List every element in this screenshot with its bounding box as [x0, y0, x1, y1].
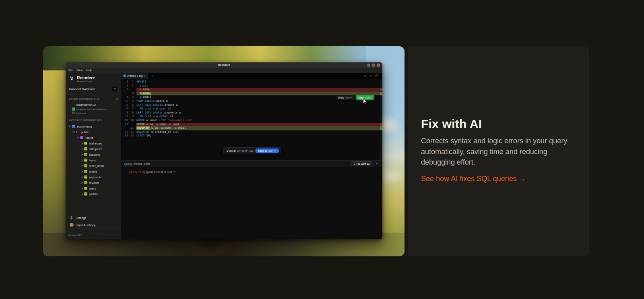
- code-line: 22 u.id,: [121, 84, 382, 88]
- user-avatar: [70, 223, 74, 227]
- chevron-down-icon: [72, 130, 75, 133]
- saved-connections-label: SAVED CONNECTIONS: [69, 98, 99, 100]
- undo-all-shortcut: Ctrl+Shift+ ⌫: [237, 149, 253, 152]
- undo-all-button[interactable]: Undo all Ctrl+Shift+ ⌫: [227, 149, 253, 152]
- gutter-old-line-number: [121, 92, 130, 96]
- gutter-old-line-number: 6: [121, 103, 130, 107]
- code-line: 1212ORDER BY u.created_at DESC: [121, 130, 382, 134]
- tree-item-Tables[interactable]: Tables: [66, 135, 121, 140]
- undo-diff-button[interactable]: Undo Ctrl+N: [336, 95, 355, 100]
- tree-item-addresses[interactable]: addresses: [66, 140, 121, 146]
- chevron-right-icon: [80, 170, 83, 173]
- run-query-button[interactable]: ▷: [365, 74, 367, 78]
- settings-item[interactable]: Settings: [66, 214, 121, 221]
- window-body: Reindeer Powered by AI Connect Database …: [66, 73, 382, 239]
- menu-help[interactable]: Help: [86, 69, 92, 72]
- code-text: WHERE u.email LIKE '%@example.com': [136, 119, 382, 123]
- window-title: Reindeer: [218, 64, 230, 66]
- clock-icon: [72, 111, 75, 114]
- ruler-diff-mark: [380, 88, 382, 91]
- table-icon: [84, 142, 87, 145]
- tree-item-label: wishlist: [89, 192, 98, 196]
- window-controls: – ▫ ×: [367, 64, 380, 67]
- tree-item-reviews[interactable]: reviews: [66, 180, 121, 186]
- code-line: 66LEFT JOIN public.orders o: [121, 103, 382, 107]
- chevron-right-icon: [80, 142, 83, 144]
- gutter-new-line-number: 4: [130, 95, 136, 99]
- code-editor[interactable]: 11SELECT22 u.id,3 u.name3 u.name,44 u.em…: [121, 79, 382, 160]
- overview-ruler[interactable]: [380, 79, 382, 160]
- export-icon[interactable]: [375, 74, 379, 78]
- gutter-new-line-number: 11: [130, 126, 136, 130]
- tree-item-public[interactable]: public: [66, 129, 121, 135]
- sidebar: Reindeer Powered by AI Connect Database …: [66, 73, 121, 239]
- tree-item-payments[interactable]: payments: [66, 174, 121, 180]
- tab-close-icon[interactable]: ×: [144, 74, 145, 77]
- connection-last-used: Just now: [76, 111, 86, 114]
- tab-untitled-1[interactable]: Untitled 1.sql ×: [121, 73, 148, 79]
- reindeer-app-window: Reindeer – ▫ × File View Help: [66, 62, 382, 239]
- tree-item-label: orders: [89, 170, 97, 173]
- table-icon: [84, 164, 87, 167]
- connection-tree: ecommercepublicTablesaddressescategories…: [66, 123, 121, 197]
- ruler-diff-mark: [380, 126, 382, 130]
- chevron-down-icon: [76, 136, 79, 138]
- stop-query-button[interactable]: ×: [370, 74, 372, 78]
- gutter-old-line-number: 4: [121, 95, 130, 99]
- ruler-diff-mark: [380, 92, 382, 95]
- results-collapse-button[interactable]: [374, 161, 380, 166]
- results-body: [Query Error] syntax error at or near ",…: [121, 167, 382, 239]
- tree-item-label: reviews: [89, 181, 99, 185]
- gutter-new-line-number: 5: [130, 99, 136, 103]
- close-button[interactable]: ×: [377, 64, 380, 67]
- gutter-new-line-number: 3: [130, 92, 136, 96]
- gutter-old-line-number: 11: [121, 123, 130, 127]
- fix-with-ai-button[interactable]: ✦ Fix with AI: [351, 161, 372, 166]
- saved-connections-header[interactable]: SAVED CONNECTIONS: [66, 95, 121, 102]
- tree-item-order_items[interactable]: order_items: [66, 163, 121, 169]
- menu-file[interactable]: File: [68, 69, 73, 72]
- tree-item-items[interactable]: items: [66, 157, 121, 163]
- tree-item-users[interactable]: users: [66, 186, 121, 191]
- gear-icon: [70, 216, 73, 220]
- code-line: 88LEFT JOIN public.payments p: [121, 111, 382, 115]
- code-text: LEFT JOIN public.payments p: [136, 111, 382, 115]
- tree-item-orders[interactable]: orders: [66, 169, 121, 174]
- error-text: syntax error at or near ",": [145, 171, 175, 173]
- gutter-old-line-number: 12: [121, 130, 130, 134]
- undo-all-label: Undo all: [227, 149, 236, 152]
- editor-actions: ▷ ×: [365, 74, 382, 78]
- feature-link[interactable]: See how AI fixes SQL queries →: [421, 175, 526, 183]
- gutter-old-line-number: 8: [121, 111, 130, 115]
- user-account-item[interactable]: Joyal A Johney: [66, 221, 121, 229]
- reindeer-logo-icon: [69, 76, 75, 82]
- tree-item-label: coupons: [89, 153, 100, 157]
- tree-item-wishlist[interactable]: wishlist: [66, 191, 121, 197]
- code-text: u.id,: [136, 84, 382, 88]
- app-version: version 1.0.7: [68, 234, 82, 236]
- add-connection-button[interactable]: +: [112, 87, 118, 92]
- tree-item-coupons[interactable]: coupons: [66, 152, 121, 157]
- connect-database-label: Connect Database: [69, 87, 95, 91]
- chevron-right-icon: [80, 153, 83, 156]
- code-line: 77 ON u.id = o.user_id: [121, 107, 382, 111]
- gutter-new-line-number: 1: [130, 80, 136, 84]
- window-titlebar[interactable]: Reindeer – ▫ ×: [66, 62, 382, 68]
- keep-all-button[interactable]: Keep all Ctrl+ ↵: [255, 148, 279, 153]
- app-name: Reindeer: [77, 76, 95, 80]
- code-line: 11GROUP BY u.id, u.name, u.email: [121, 126, 382, 130]
- menu-view[interactable]: View: [76, 69, 83, 72]
- tab-bar: Untitled 1.sql × + ▷ ×: [121, 73, 382, 79]
- table-icon: [84, 153, 87, 156]
- tree-item-ecommerce[interactable]: ecommerce: [66, 124, 121, 129]
- page: Reindeer – ▫ × File View Help: [0, 0, 644, 299]
- saved-connection-item[interactable]: localhost:5432 localhost:5432/ecommerce …: [66, 102, 121, 116]
- maximize-button[interactable]: ▫: [372, 64, 375, 67]
- new-tab-button[interactable]: +: [152, 74, 154, 78]
- chevron-right-icon: [80, 165, 83, 167]
- tree-item-categories[interactable]: categories: [66, 146, 121, 152]
- tree-item-label: order_items: [89, 164, 104, 168]
- minimize-button[interactable]: –: [367, 64, 370, 67]
- chevron-right-icon: [80, 148, 83, 150]
- menu-bar: File View Help: [66, 68, 382, 73]
